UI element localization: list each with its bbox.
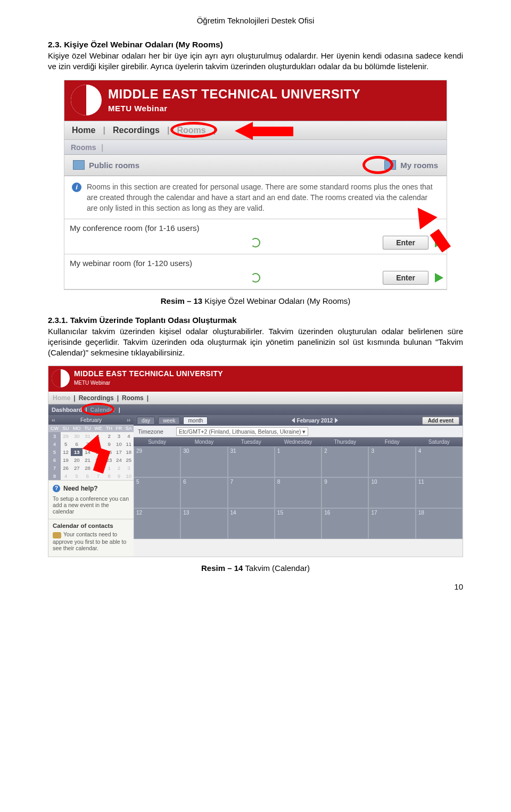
mini-day-cell[interactable]: 4 [124, 432, 134, 440]
weekday-header: SundayMondayTuesdayWednesdayThursdayFrid… [134, 437, 463, 446]
day-cell[interactable]: 14 [228, 508, 275, 539]
room-title: My conference room (for 1-16 users) [64, 219, 447, 234]
enter-button[interactable]: Enter [383, 236, 428, 250]
app-subtitle: METU Webinar [74, 380, 110, 386]
chevron-right-icon[interactable] [335, 418, 338, 423]
enter-button[interactable]: Enter [383, 271, 428, 285]
day-cell[interactable]: 31 [228, 446, 275, 477]
mini-day-cell[interactable]: 3 [124, 464, 134, 472]
help-icon: ? [53, 485, 60, 492]
menu-rooms-label: Rooms [177, 126, 205, 135]
section-2-3-heading: 2.3. Kişiye Özel Webinar Odaları (My Roo… [48, 40, 463, 49]
play-icon[interactable] [435, 238, 443, 247]
menu-rooms[interactable]: Rooms [122, 394, 144, 402]
weekday-cell: Wednesday [275, 437, 322, 446]
calendar-toolbar: day week month February 2012 Add event [134, 415, 463, 426]
mini-day-cell[interactable]: 4 [61, 472, 71, 480]
contacts-text: Your contacts need to approve you first … [53, 531, 129, 551]
day-cell[interactable]: 4 [416, 446, 463, 477]
timezone-row: Timezone Etc/GMT+2 (Finland, Lithuania, … [134, 426, 463, 437]
chevron-left-icon[interactable] [292, 418, 295, 423]
mini-day-cell[interactable]: 18 [124, 448, 134, 456]
contacts-title: Calendar of contacts [53, 523, 129, 529]
mini-dow-cell: SU [61, 425, 71, 432]
play-icon[interactable] [435, 273, 443, 283]
menu-recordings[interactable]: Recordings [79, 394, 114, 402]
people-icon [53, 532, 61, 538]
next-month-icon[interactable]: ›› [127, 417, 130, 423]
day-cell[interactable]: 16 [322, 508, 368, 539]
day-cell[interactable]: 7 [228, 477, 275, 508]
mini-day-cell[interactable]: 8 [104, 472, 114, 480]
day-cell[interactable]: 1 [275, 446, 322, 477]
view-day-button[interactable]: day [137, 417, 155, 425]
mini-dow-cell: FR [114, 425, 123, 432]
screenshot-calendar-panel: MIDDLE EAST TECHNICAL UNIVERSITY METU We… [48, 366, 463, 557]
tab-public-label: Public rooms [89, 161, 139, 170]
day-cell[interactable]: 9 [322, 477, 368, 508]
day-cell[interactable]: 2 [322, 446, 368, 477]
help-title: Need help? [63, 485, 98, 492]
sub-menu-rooms[interactable]: Rooms [71, 143, 96, 152]
tab-public-rooms[interactable]: Public rooms [64, 155, 148, 176]
day-cell[interactable]: 10 [368, 477, 415, 508]
mini-day-cell[interactable]: 29 [61, 432, 71, 440]
month-grid[interactable]: 293031123456789101112131415161718 [134, 446, 463, 539]
mini-day-cell[interactable]: 25 [124, 456, 134, 464]
mini-dow-cell: CW [48, 425, 61, 432]
day-cell[interactable]: 17 [368, 508, 415, 539]
rooms-list: My conference room (for 1-16 users) Ente… [64, 219, 447, 289]
refresh-icon[interactable] [251, 273, 260, 283]
room-tabs: Public rooms My rooms [64, 155, 447, 176]
mini-day-cell[interactable]: 5 [61, 440, 71, 448]
weekday-cell: Thursday [322, 437, 368, 446]
mini-day-cell[interactable]: 19 [61, 456, 71, 464]
day-cell[interactable]: 5 [134, 477, 180, 508]
metu-logo-icon [71, 85, 102, 115]
prev-month-icon[interactable]: ‹‹ [52, 417, 55, 423]
day-cell[interactable]: 30 [180, 446, 227, 477]
view-month-button[interactable]: month [183, 417, 208, 425]
mini-day-cell[interactable]: 26 [61, 464, 71, 472]
doc-header: Öğretim Teknolojileri Destek Ofisi [48, 16, 463, 25]
menu-home[interactable]: Home [64, 121, 103, 140]
mini-day-cell[interactable]: 9 [114, 472, 123, 480]
week-number-cell: 6 [48, 456, 61, 464]
main-menu: Home | Recordings | Rooms | [48, 392, 463, 404]
menu-recordings[interactable]: Recordings [105, 121, 167, 140]
annotation-circle-icon [81, 403, 114, 416]
submenu-separator: | [101, 143, 103, 152]
menu-home[interactable]: Home [53, 394, 70, 402]
room-row: My conference room (for 1-16 users) Ente… [64, 219, 447, 254]
figure-13-caption: Resim – 13 Kişiye Özel Webinar Odaları (… [48, 296, 463, 305]
caption-text: Takvim (Calendar) [243, 564, 310, 573]
mini-day-cell[interactable]: 6 [83, 472, 92, 480]
day-cell[interactable]: 18 [416, 508, 463, 539]
mini-day-cell[interactable]: 5 [71, 472, 83, 480]
day-cell[interactable]: 11 [416, 477, 463, 508]
calendar-main: day week month February 2012 Add event T… [134, 415, 463, 556]
mini-day-cell[interactable]: 11 [124, 440, 134, 448]
refresh-icon[interactable] [251, 238, 260, 247]
add-event-button[interactable]: Add event [422, 417, 459, 425]
mini-day-cell[interactable]: 12 [61, 448, 71, 456]
day-cell[interactable]: 12 [134, 508, 180, 539]
day-cell[interactable]: 13 [180, 508, 227, 539]
timezone-select[interactable]: Etc/GMT+2 (Finland, Lithuania, Belarus, … [176, 427, 309, 436]
day-cell[interactable]: 29 [134, 446, 180, 477]
dashboard-tab[interactable]: Dashboard [52, 407, 82, 413]
day-cell[interactable]: 8 [275, 477, 322, 508]
mini-day-cell[interactable]: 10 [124, 472, 134, 480]
view-week-button[interactable]: week [158, 417, 180, 425]
section-2-3-1: 2.3.1. Takvim Üzerinde Toplantı Odası Ol… [48, 315, 463, 358]
day-cell[interactable]: 15 [275, 508, 322, 539]
menu-rooms[interactable]: Rooms [169, 121, 213, 140]
day-cell[interactable]: 3 [368, 446, 415, 477]
weekday-cell: Saturday [416, 437, 463, 446]
dashboard-bar: Dashboard | Calendar | [48, 404, 463, 415]
app-subtitle: METU Webinar [108, 104, 168, 113]
screenshot-rooms-panel: MIDDLE EAST TECHNICAL UNIVERSITY METU We… [64, 80, 447, 291]
day-cell[interactable]: 6 [180, 477, 227, 508]
week-number-cell: 5 [48, 448, 61, 456]
current-month-label: February 2012 [297, 418, 333, 424]
